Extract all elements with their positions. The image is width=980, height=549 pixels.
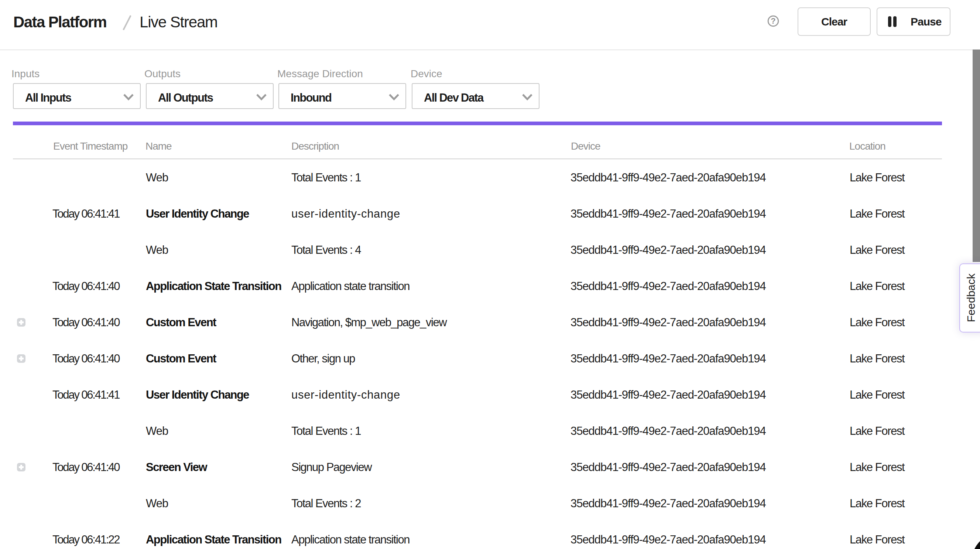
svg-text:?: ? — [771, 16, 775, 26]
